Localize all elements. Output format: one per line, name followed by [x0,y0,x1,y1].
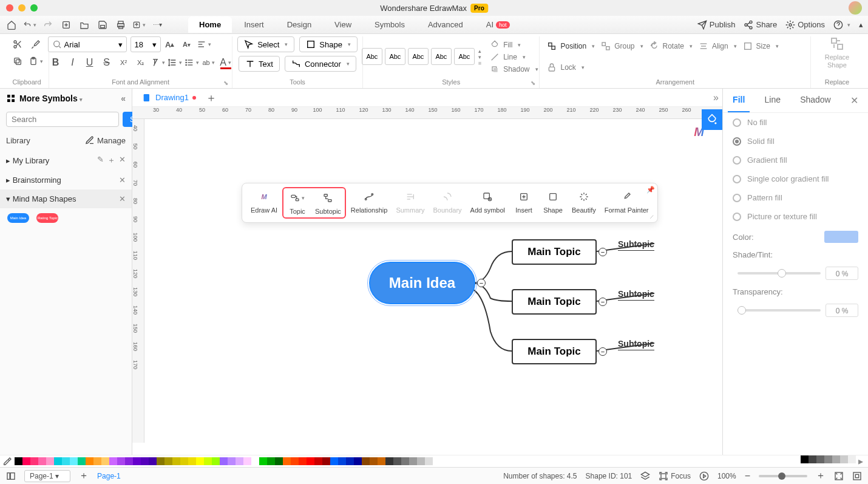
color-swatch-49[interactable] [401,457,409,465]
tab-ai[interactable]: AIhot [475,16,521,33]
color-swatch-0[interactable] [15,457,22,465]
line-spacing[interactable] [167,55,183,70]
color-swatch-23[interactable] [196,457,204,465]
color-gray5[interactable] [840,455,848,463]
home-icon[interactable] [5,18,18,32]
page-link[interactable]: Page-1 [97,472,121,480]
help-button[interactable] [833,20,850,30]
save-button[interactable] [96,18,109,32]
add-page[interactable]: ＋ [79,469,89,482]
zoom-slider[interactable] [759,475,807,477]
font-size-combo[interactable]: 18▾ [131,36,161,52]
color-swatch-13[interactable] [117,457,125,465]
opt-pattern[interactable]: Pattern fill [723,188,868,207]
ctx-beautify[interactable]: Beautify [568,187,600,219]
mylib-add-icon[interactable]: ＋ [107,155,115,166]
section-mylibrary[interactable]: ▸ My Library✎＋✕ [0,150,132,171]
colorbar-scroll[interactable]: ▸ [856,455,866,467]
color-gray2[interactable] [816,455,824,463]
options-button[interactable]: Options [785,20,825,30]
undo-button[interactable] [23,18,36,32]
focus-button[interactable]: Focus [659,471,691,481]
color-swatch-38[interactable] [314,457,322,465]
mylib-close-icon[interactable]: ✕ [119,155,126,166]
shape-rating-topic[interactable]: Rating Topic [36,213,58,223]
subscript-button[interactable]: X₂ [133,55,149,70]
color-swatch-4[interactable] [46,457,54,465]
tab-home[interactable]: Home [188,16,232,33]
color-swatch-32[interactable] [267,457,275,465]
topic1-handle[interactable]: − [598,248,607,256]
color-swatch-46[interactable] [378,457,385,465]
style-preset-4[interactable]: Abc [431,48,452,65]
format-painter-button[interactable] [28,36,44,52]
decrease-font[interactable]: A▾ [179,36,195,52]
color-swatch-44[interactable] [362,457,370,465]
fill-dropdown[interactable]: Fill [487,39,540,51]
shadow-dropdown[interactable]: Shadow [487,63,540,75]
color-swatch-9[interactable] [86,457,93,465]
text-case[interactable]: ab [201,55,217,70]
color-swatch-12[interactable] [109,457,117,465]
section-mindmap[interactable]: ▾ Mind Map Shapes✕ [0,189,132,208]
print-button[interactable] [114,18,127,32]
doc-tab-1[interactable]: Drawing1 [136,90,202,105]
opt-single-gradient[interactable]: Single color gradient fill [723,169,868,188]
select-tool[interactable]: Select [237,36,294,52]
color-swatch-43[interactable] [354,457,362,465]
node-sub-4[interactable]: Subtopic [618,339,654,350]
brainstorm-close-icon[interactable]: ✕ [119,176,126,185]
ctx-format-painter[interactable]: Format Painter [601,187,653,219]
ctx-pin[interactable]: 📌 [646,186,655,194]
node-topic-1[interactable]: Main Topic [512,239,597,265]
canvas[interactable]: M Main Idea − Main Topic − Main Topic − … [144,119,722,443]
list-button[interactable] [184,55,200,70]
trans-value[interactable]: 0 % [826,304,858,317]
fit-page[interactable] [834,471,844,481]
color-swatch-27[interactable] [228,457,236,465]
color-black[interactable] [801,455,809,463]
opt-solid[interactable]: Solid fill [723,132,868,151]
color-swatch-52[interactable] [425,457,433,465]
color-gray6[interactable] [848,455,856,463]
eyedropper-icon[interactable] [2,457,12,466]
color-swatch-33[interactable] [275,457,283,465]
font-family-combo[interactable]: Arial▾ [48,36,127,52]
manage-link[interactable]: Manage [85,135,126,145]
font-launcher[interactable]: ⬊ [223,80,231,87]
new-button[interactable] [59,18,73,32]
color-swatch-51[interactable] [417,457,425,465]
color-swatch-20[interactable] [172,457,180,465]
collapse-handle[interactable]: − [477,279,486,287]
color-swatch-1[interactable] [22,457,30,465]
ctx-topic[interactable]: Topic [283,188,311,217]
text-tool[interactable]: Text [239,56,280,72]
ctx-resize[interactable]: ⟋ [649,213,655,220]
superscript-button[interactable]: X² [116,55,132,70]
lock-dropdown[interactable]: Lock [544,61,586,73]
ctx-shape[interactable]: Shape [539,187,567,219]
maximize-window[interactable] [30,4,38,12]
styles-launcher[interactable]: ⬊ [531,80,538,87]
topic2-handle[interactable]: − [598,298,607,306]
style-preset-3[interactable]: Abc [408,48,429,65]
copy-button[interactable] [10,53,25,69]
shade-value[interactable]: 0 % [826,267,858,280]
shape-main-idea[interactable]: Main Idea [7,213,29,223]
clear-format[interactable] [150,55,166,70]
user-avatar[interactable] [849,1,862,15]
layers-icon[interactable] [640,471,650,481]
share-button[interactable]: Share [744,20,777,30]
color-swatch-48[interactable] [393,457,401,465]
color-swatch-16[interactable] [141,457,149,465]
color-swatch-35[interactable] [291,457,299,465]
position-dropdown[interactable]: Position [544,40,597,52]
font-color[interactable]: A [218,55,234,70]
style-preset-5[interactable]: Abc [454,48,475,65]
color-swatch-45[interactable] [370,457,378,465]
rotate-dropdown[interactable]: Rotate [647,40,695,52]
color-swatch-5[interactable] [54,457,62,465]
zoom-percent[interactable]: 100% [717,472,736,480]
color-swatch-37[interactable] [307,457,314,465]
node-sub-3[interactable]: Subtopic [618,289,654,301]
